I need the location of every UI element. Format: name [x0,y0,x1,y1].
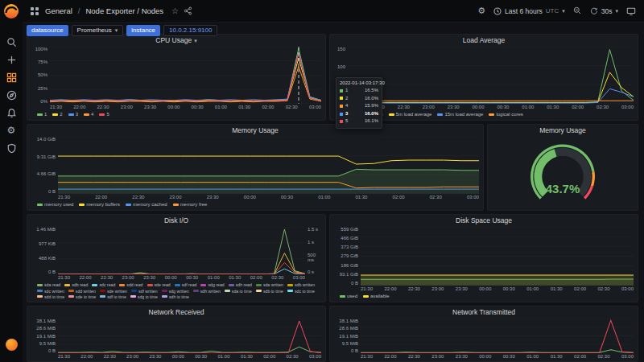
network-received-chart[interactable]: 38.1 MiB28.6 MiB19.1 MiB9.5 MiB0 B21:302… [27,318,325,361]
axis-tick: 23:00 [121,105,133,110]
cpu-usage-chart[interactable]: 100%75%50%25%0%21:3022:0022:3023:0023:30… [27,46,325,120]
legend-item[interactable]: 1 [37,112,47,117]
legend-item[interactable]: memory buffers [79,202,120,208]
panel-header-nettx[interactable]: Network Transmitted [330,306,638,318]
sidebar-item-alerting[interactable] [0,104,23,121]
panel-header-diskspace[interactable]: Disk Space Usage [330,215,638,226]
breadcrumb-folder[interactable]: General [45,6,72,15]
legend-item[interactable]: sdc read [92,282,115,287]
chart-plot[interactable] [361,319,634,353]
legend-item[interactable]: sdb written [287,282,315,287]
axis-tick: 21:30 [58,275,70,281]
instance-select[interactable]: 10.0.2.15:9100 [163,25,217,36]
legend-item[interactable]: sdb io time [256,289,283,294]
network-transmitted-chart[interactable]: 38.1 MiB28.6 MiB19.1 MiB9.5 MiB0 B21:302… [330,318,638,361]
sidebar-item-dashboards[interactable] [0,68,23,86]
chart-plot[interactable] [348,47,634,104]
memory-usage-gauge: 43.7% [488,136,638,210]
tooltip-row: 116.5% [340,87,378,95]
legend-item[interactable]: memory used [37,202,73,208]
legend-item[interactable]: available [363,294,390,299]
legend-item[interactable]: sdc written [37,289,64,294]
legend-item[interactable]: sdh io time [162,294,189,299]
legend-item[interactable]: 5 [99,112,109,117]
dashboard-settings-gear-icon[interactable]: ⚙ [477,6,485,15]
legend-item[interactable]: sde read [147,282,171,287]
chart-canvas [58,227,305,274]
disk-io-chart[interactable]: 1.46 MiB977 KiB488 KiB0 B1.5 s1 s500 ms0… [27,226,325,302]
axis-tick: 00:30 [192,105,204,110]
sidebar-item-search[interactable] [0,33,23,51]
legend-item[interactable]: sdf written [131,289,158,294]
legend-item[interactable]: 3 [68,112,78,117]
legend-item[interactable]: sdf read [175,282,197,287]
share-icon[interactable] [184,6,192,15]
axis-tick: 23:00 [126,354,138,360]
panel-header-memory[interactable]: Memory Usage [27,125,483,136]
panel-header-memory-gauge[interactable]: Memory Usage [488,125,638,136]
legend-item[interactable]: sda written [256,282,283,287]
axis-tick: 19.1 MiB [339,334,358,339]
legend-item[interactable]: 2 [52,112,62,117]
legend-item[interactable]: sdh read [229,282,252,287]
legend-item[interactable]: sdf io time [100,294,126,299]
legend-item[interactable]: sdd io time [37,294,64,299]
grafana-logo[interactable] [2,2,20,20]
legend-item[interactable]: sdg io time [130,294,158,299]
memory-usage-chart[interactable]: 14.0 GiB9.31 GiB4.66 GiB0 B21:3022:0022:… [27,136,483,210]
legend-item[interactable]: sdh written [193,289,221,294]
star-icon[interactable]: ☆ [171,6,179,15]
chart-plot[interactable] [50,47,321,104]
legend-item[interactable]: sdc io time [287,289,315,294]
panel-header-load[interactable]: Load Average [330,35,638,46]
user-avatar[interactable] [6,339,18,351]
refresh-button[interactable]: 30s ▾ [590,7,618,15]
panel-header-netrx[interactable]: Network Received [27,306,325,318]
axis-tick: 500 ms [308,253,321,262]
breadcrumb-dashboard-title[interactable]: Node Exporter / Nodes [85,6,163,15]
chart-plot[interactable] [58,319,321,353]
datasource-select[interactable]: Prometheus ▾ [72,25,124,36]
legend-item[interactable]: 4 [84,112,93,117]
legend-item[interactable]: sde written [100,289,127,294]
legend-item[interactable]: sda read [37,282,60,287]
gauge-canvas [488,136,638,210]
sidebar-item-server-admin[interactable] [0,139,23,157]
legend-item[interactable]: memory cached [126,202,167,208]
legend-item[interactable]: sdb read [64,282,88,287]
legend-swatch [147,284,153,286]
legend-label: sdg io time [138,294,158,299]
panel-header-cpu[interactable]: CPU Usage ▾ [27,35,325,46]
legend-item[interactable]: 5m load average [389,112,432,117]
time-range-picker[interactable]: Last 6 hours UTC ▾ [493,7,565,15]
legend-item[interactable]: used [340,294,357,299]
legend-item[interactable]: logical cores [489,112,522,117]
legend-item[interactable]: sdg read [200,282,224,287]
axis-tick: 0 B [48,189,56,194]
legend-item[interactable]: memory free [173,202,208,208]
sidebar-item-configuration[interactable]: ⚙ [0,121,23,139]
tooltip-value: 16.0% [365,95,378,103]
panel-disk-space-usage: Disk Space Usage 559 GiB466 GiB373 GiB27… [329,214,638,302]
chart-plot[interactable] [58,137,479,194]
sidebar-item-create[interactable] [0,51,23,68]
panel-title: CPU Usage [155,36,192,44]
legend-item[interactable]: 15m load average [437,112,483,117]
legend-item[interactable]: sdg written [162,289,189,294]
zoom-out-icon[interactable] [573,6,582,15]
chart-plot[interactable] [58,227,305,274]
legend-item[interactable]: sdd written [68,289,96,294]
disk-space-chart[interactable]: 559 GiB466 GiB373 GiB279 GiB186 GiB93.1 … [330,226,638,302]
plot-row: 38.1 MiB28.6 MiB19.1 MiB9.5 MiB0 B [333,319,634,353]
legend-item[interactable]: sda io time [225,289,252,294]
chart-canvas [58,137,479,194]
kiosk-mode-icon[interactable] [626,6,636,16]
legend-item[interactable]: sde io time [68,294,96,299]
axis-tick: 00:30 [195,354,207,360]
chart-plot[interactable] [361,227,634,286]
panel-header-diskio[interactable]: Disk I/O [27,215,325,226]
legend-item[interactable]: sdd read [119,282,142,287]
time-range-label: Last 6 hours [505,7,543,15]
gear-icon: ⚙ [7,125,16,135]
sidebar-item-explore[interactable] [0,86,23,104]
